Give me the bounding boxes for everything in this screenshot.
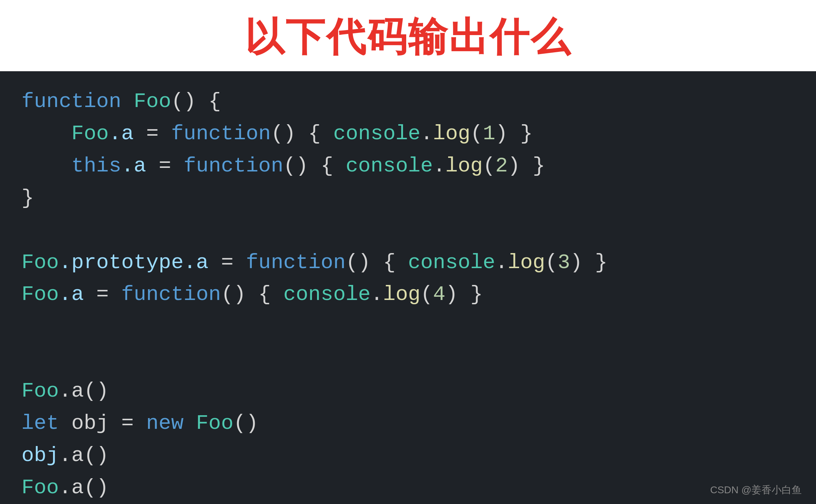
code-line-line1: function Foo() { [21, 86, 795, 118]
code-line-line7: Foo.a() [21, 375, 795, 407]
code-token: Foo [21, 476, 59, 499]
code-token: function [184, 154, 283, 178]
code-token: ) } [445, 283, 483, 306]
code-token: console [333, 122, 421, 145]
code-token: = [134, 122, 171, 145]
code-token: console [408, 251, 495, 274]
code-token: Foo [21, 379, 59, 403]
code-token: . [371, 283, 383, 306]
code-token: function [246, 251, 346, 274]
code-line-line10: Foo.a() [21, 472, 795, 504]
code-token: () { [346, 251, 408, 274]
code-token: () { [283, 154, 346, 178]
code-token: obj = [59, 412, 146, 435]
code-token: 3 [558, 251, 570, 274]
code-line-line2: Foo.a = function() { console.log(1) } [21, 118, 795, 150]
code-token: console [346, 154, 433, 178]
code-line-empty3 [21, 343, 795, 375]
code-token: this [71, 154, 121, 178]
code-token [183, 412, 196, 435]
code-token: .a() [59, 476, 109, 499]
code-token: Foo [21, 283, 59, 306]
code-token: log [433, 122, 470, 145]
code-token: { [196, 90, 221, 113]
code-token: log [508, 251, 545, 274]
code-token: Foo [134, 90, 171, 113]
code-token: function [121, 283, 221, 306]
code-token: 1 [483, 122, 495, 145]
code-token: new [146, 412, 183, 435]
page-title: 以下代码输出什么 [245, 15, 571, 59]
code-token: ( [421, 283, 433, 306]
code-token: function [21, 90, 121, 113]
code-token: .a [109, 122, 134, 145]
code-line-line3: this.a = function() { console.log(2) } [21, 150, 795, 182]
code-token: 4 [433, 283, 446, 306]
code-token: .a() [59, 444, 109, 467]
code-token: Foo [71, 122, 109, 145]
code-token: Foo [21, 251, 59, 274]
code-token: () [171, 90, 196, 113]
code-token: ) } [495, 122, 533, 145]
code-token: ( [483, 154, 495, 178]
code-token: } [21, 186, 34, 210]
code-block: function Foo() { Foo.a = function() { co… [21, 86, 795, 504]
code-line-line5: Foo.prototype.a = function() { console.l… [21, 247, 795, 279]
code-token: . [421, 122, 433, 145]
code-token: . [495, 251, 508, 274]
code-token: = [84, 283, 121, 306]
code-token: ( [545, 251, 558, 274]
watermark: CSDN @姜香小白鱼 [710, 483, 802, 497]
code-token: log [445, 154, 483, 178]
code-token: () { [221, 283, 283, 306]
code-token: .prototype.a [59, 251, 208, 274]
code-token: Foo [196, 412, 233, 435]
code-token: .a [121, 154, 146, 178]
code-token: obj [21, 444, 59, 467]
code-token: . [433, 154, 446, 178]
code-token: 2 [495, 154, 508, 178]
title-area: 以下代码输出什么 [0, 0, 816, 71]
code-line-empty2 [21, 311, 795, 343]
code-token: = [208, 251, 246, 274]
code-line-line8: let obj = new Foo() [21, 407, 795, 440]
code-token: ) } [508, 154, 545, 178]
code-token: .a [59, 283, 84, 306]
code-line-empty1 [21, 214, 795, 247]
code-token: function [171, 122, 271, 145]
code-token: console [283, 283, 371, 306]
code-token: .a() [59, 379, 109, 403]
code-token: ) } [570, 251, 608, 274]
code-line-line9: obj.a() [21, 440, 795, 472]
code-token: ( [470, 122, 483, 145]
code-token: let [21, 412, 59, 435]
code-line-line4: } [21, 182, 795, 214]
code-line-line6: Foo.a = function() { console.log(4) } [21, 278, 795, 311]
code-token [121, 90, 134, 113]
code-area: function Foo() { Foo.a = function() { co… [0, 71, 816, 504]
code-token: () { [271, 122, 333, 145]
code-token: log [383, 283, 420, 306]
code-token: () [234, 412, 259, 435]
code-token: = [146, 154, 183, 178]
